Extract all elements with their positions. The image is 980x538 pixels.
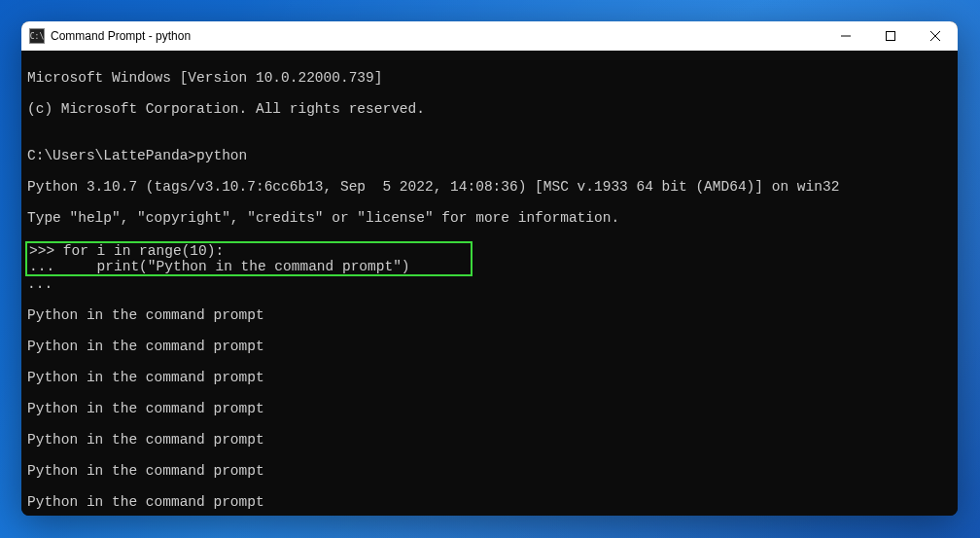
terminal-line: ... bbox=[27, 276, 952, 292]
terminal-line: Type "help", "copyright", "credits" or "… bbox=[27, 210, 952, 226]
terminal-line: Python in the command prompt bbox=[27, 339, 952, 354]
terminal-line: Python in the command prompt bbox=[27, 370, 952, 385]
command-prompt-window: C:\ Command Prompt - python Microsoft Wi… bbox=[21, 21, 958, 516]
maximize-button[interactable] bbox=[868, 21, 913, 51]
terminal-line: Python 3.10.7 (tags/v3.10.7:6cc6b13, Sep… bbox=[27, 179, 952, 195]
terminal-line: Python in the command prompt bbox=[27, 401, 952, 416]
terminal-line: Microsoft Windows [Version 10.0.22000.73… bbox=[27, 70, 952, 86]
titlebar-left: C:\ Command Prompt - python bbox=[29, 28, 191, 44]
titlebar[interactable]: C:\ Command Prompt - python bbox=[21, 21, 958, 51]
close-button[interactable] bbox=[913, 21, 958, 51]
terminal-line: C:\Users\LattePanda>python bbox=[27, 148, 952, 163]
cmd-app-icon: C:\ bbox=[29, 28, 45, 44]
terminal-line: Python in the command prompt bbox=[27, 494, 952, 510]
svg-rect-1 bbox=[887, 32, 895, 41]
code-highlight-box: >>> for i in range(10): ... print("Pytho… bbox=[25, 241, 472, 276]
close-icon bbox=[930, 31, 940, 41]
window-controls bbox=[823, 21, 958, 51]
terminal-line: (c) Microsoft Corporation. All rights re… bbox=[27, 101, 952, 117]
maximize-icon bbox=[886, 31, 895, 41]
window-title: Command Prompt - python bbox=[51, 29, 191, 43]
minimize-icon bbox=[841, 31, 851, 41]
minimize-button[interactable] bbox=[823, 21, 868, 51]
terminal-line: Python in the command prompt bbox=[27, 463, 952, 479]
terminal-area[interactable]: Microsoft Windows [Version 10.0.22000.73… bbox=[21, 51, 958, 516]
terminal-line: >>> for i in range(10): bbox=[29, 243, 469, 259]
terminal-line: Python in the command prompt bbox=[27, 307, 952, 323]
terminal-line: Python in the command prompt bbox=[27, 432, 952, 448]
terminal-line: ... print("Python in the command prompt"… bbox=[29, 259, 469, 274]
